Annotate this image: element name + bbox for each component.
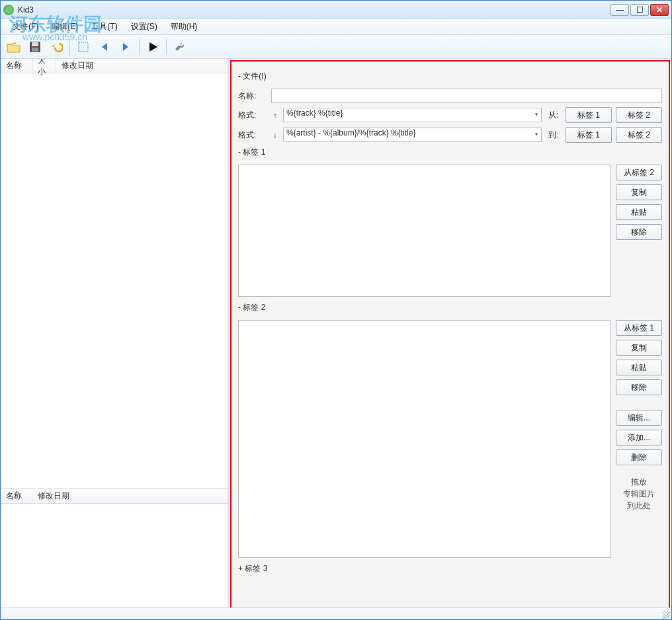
menu-settings[interactable]: 设置(S) (124, 20, 164, 34)
tag1-paste-button[interactable]: 粘贴 (616, 204, 662, 220)
settings-button[interactable] (171, 38, 189, 56)
highlighted-region: - 文件(I) 名称: 格式: ↑ %{track} %{title} 从: 标… (230, 60, 670, 607)
col-name[interactable]: ▴名称 (1, 489, 32, 503)
tag2-fields-box[interactable] (238, 320, 610, 558)
tag2-add-button[interactable]: 添加... (616, 430, 662, 446)
arrow-up-icon: ↑ (271, 111, 279, 119)
app-icon (3, 5, 14, 15)
tag2-delete-button[interactable]: 删除 (616, 449, 662, 465)
select-all-button[interactable] (74, 38, 93, 56)
minimize-button[interactable]: — (610, 4, 629, 16)
col-date[interactable]: 修改日期 (56, 59, 228, 73)
select-all-icon (77, 40, 90, 54)
window-title: Kid3 (18, 5, 610, 15)
col-name[interactable]: ▴名称 (1, 59, 32, 73)
filename-input[interactable] (271, 89, 662, 103)
play-button[interactable] (144, 38, 162, 56)
undo-icon (50, 40, 63, 54)
menu-edit[interactable]: 编辑(E) (45, 20, 85, 34)
menu-bar: 文件(F) 编辑(E) 工具(T) 设置(S) 帮助(H) (1, 19, 671, 35)
svg-rect-1 (32, 42, 38, 46)
toolbar-separator (69, 39, 70, 55)
floppy-icon (28, 40, 42, 54)
tag1-section-header[interactable]: - 标签 1 (238, 147, 662, 158)
arrow-left-icon (98, 40, 111, 54)
format-from-combo[interactable]: %{track} %{title} (283, 108, 542, 122)
from-tag1-button[interactable]: 标签 1 (566, 107, 612, 123)
to-label: 到: (546, 130, 562, 141)
svg-rect-2 (32, 48, 38, 52)
from-label: 从: (546, 110, 562, 121)
album-art-drop-hint[interactable]: 拖放 专辑图片 到此处 (616, 476, 662, 512)
list-column-header: ▴名称 修改日期 (1, 489, 228, 504)
tag1-from-tag2-button[interactable]: 从标签 2 (616, 165, 662, 180)
tag2-paste-button[interactable]: 粘贴 (616, 360, 662, 375)
file-tree-pane[interactable]: ▴名称 大小 修改日期 (1, 59, 228, 488)
undo-button[interactable] (47, 38, 65, 56)
format-down-label: 格式: (238, 130, 267, 141)
left-panel: ▴名称 大小 修改日期 ▴名称 修改日期 (1, 59, 229, 607)
to-tag1-button[interactable]: 标签 1 (566, 127, 612, 143)
save-button[interactable] (26, 38, 44, 56)
play-icon (146, 40, 159, 54)
file-section-header[interactable]: - 文件(I) (238, 71, 662, 82)
tag1-fields-box[interactable] (238, 165, 610, 297)
arrow-right-icon (119, 40, 132, 54)
tag2-copy-button[interactable]: 复制 (616, 340, 662, 356)
toolbar-separator (166, 39, 167, 55)
menu-file[interactable]: 文件(F) (6, 20, 45, 34)
right-panel: - 文件(I) 名称: 格式: ↑ %{track} %{title} 从: 标… (229, 59, 671, 607)
format-to-combo[interactable]: %{artist} - %{album}/%{track} %{title} (283, 128, 542, 142)
resize-grip-icon[interactable] (662, 611, 670, 619)
svg-rect-3 (79, 42, 88, 52)
col-size[interactable]: 大小 (32, 59, 56, 73)
tag1-remove-button[interactable]: 移除 (616, 224, 662, 240)
format-up-label: 格式: (238, 110, 267, 121)
close-button[interactable]: ✕ (650, 4, 669, 16)
prev-file-button[interactable] (95, 38, 114, 56)
tag2-remove-button[interactable]: 移除 (616, 379, 662, 395)
menu-tools[interactable]: 工具(T) (85, 20, 124, 34)
file-list-pane[interactable]: ▴名称 修改日期 (1, 488, 228, 607)
open-folder-button[interactable] (5, 38, 23, 56)
arrow-down-icon: ↓ (271, 131, 279, 139)
folder-open-icon (7, 40, 21, 54)
maximize-button[interactable]: ☐ (630, 4, 649, 16)
tag2-from-tag1-button[interactable]: 从标签 1 (616, 320, 662, 336)
wrench-icon (173, 40, 187, 54)
name-label: 名称: (238, 91, 267, 102)
tree-column-header: ▴名称 大小 修改日期 (1, 59, 228, 73)
tag1-copy-button[interactable]: 复制 (616, 184, 662, 200)
tag3-section-header[interactable]: + 标签 3 (238, 563, 662, 574)
menu-help[interactable]: 帮助(H) (164, 20, 204, 34)
status-bar (1, 607, 671, 619)
toolbar (1, 35, 671, 59)
sort-indicator-icon: ▴ (15, 59, 18, 64)
col-date[interactable]: 修改日期 (32, 489, 228, 503)
sort-indicator-icon: ▴ (15, 489, 18, 494)
toolbar-separator (139, 39, 140, 55)
tag2-edit-button[interactable]: 编辑... (616, 410, 662, 426)
next-file-button[interactable] (116, 38, 135, 56)
tag2-section-header[interactable]: - 标签 2 (238, 302, 662, 313)
to-tag2-button[interactable]: 标签 2 (616, 127, 662, 143)
title-bar: Kid3 — ☐ ✕ (1, 1, 671, 19)
from-tag2-button[interactable]: 标签 2 (616, 107, 662, 123)
